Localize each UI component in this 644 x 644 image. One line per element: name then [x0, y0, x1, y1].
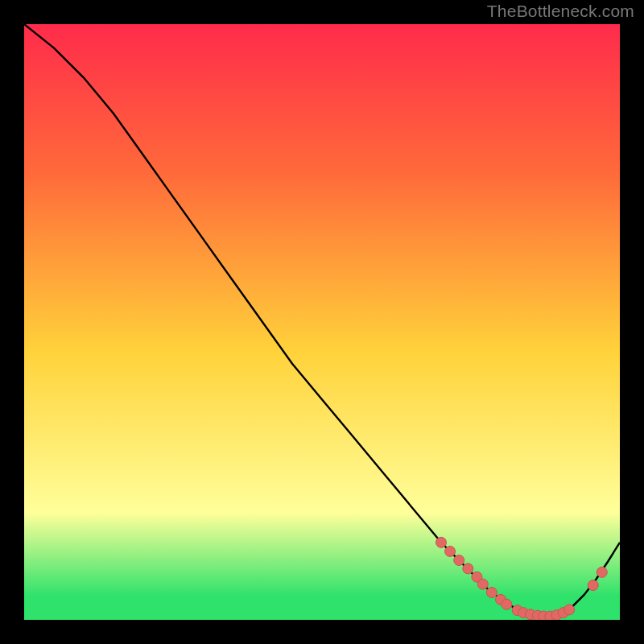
curve-marker — [597, 567, 607, 577]
curve-marker — [454, 555, 464, 566]
curve-marker — [502, 599, 512, 609]
curve-marker — [564, 605, 575, 615]
curve-marker — [463, 564, 473, 574]
app-frame: TheBottleneck.com — [0, 0, 644, 644]
watermark-text: TheBottleneck.com — [487, 2, 634, 21]
curve-marker — [588, 580, 598, 591]
plot-area — [24, 24, 620, 620]
curve-marker — [486, 587, 497, 597]
curve-marker — [477, 579, 488, 589]
bottleneck-chart — [24, 24, 620, 620]
curve-marker — [445, 546, 456, 556]
curve-marker — [436, 537, 447, 547]
